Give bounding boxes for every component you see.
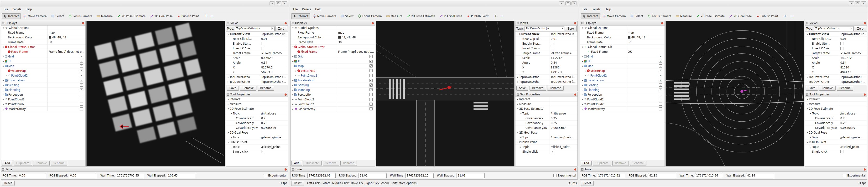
property-row-single-click[interactable]: Single click✓ (516, 149, 578, 154)
property-row-topic[interactable]: ▾Topic/initialpose (805, 111, 867, 116)
expand-arrow-icon[interactable]: ▸ (2, 97, 5, 102)
property-value[interactable]: 0.54 (551, 60, 557, 65)
checkbox[interactable]: ✓ (80, 60, 83, 63)
property-value[interactable]: 30 (628, 40, 631, 44)
property-value[interactable]: <Fixed Frame> (261, 51, 282, 55)
property-row-pointcloud2[interactable]: ▸PointCloud2 (1, 97, 85, 102)
property-row-global-status-error[interactable]: ▾Global Status: Error (290, 44, 375, 50)
property-row-interact[interactable]: ▸Interact (805, 97, 867, 102)
menu-file[interactable]: File (2, 7, 10, 11)
property-value[interactable]: 14.2212 (551, 56, 562, 60)
property-row-markerarray[interactable]: ▸MarkerArray (580, 106, 664, 112)
property-value[interactable]: 0.54 (261, 60, 268, 65)
collapse-arrow-icon[interactable]: ▾ (2, 26, 5, 30)
property-row-2d-goal-pose[interactable]: ▾2D Goal Pose (516, 130, 578, 135)
experimental-checkbox[interactable] (843, 174, 846, 177)
property-row-topic[interactable]: ▸Topic/clicked_point (226, 145, 288, 149)
property-row-grid[interactable]: ▸Grid✓ (580, 54, 664, 59)
collapse-arrow-icon[interactable]: ▾ (2, 44, 5, 49)
collapse-arrow-icon[interactable]: ▾ (230, 111, 233, 116)
property-row-pointcloud2[interactable]: ▸PointCloud2 (290, 97, 375, 102)
remove-button[interactable]: Remove (240, 86, 256, 91)
property-row-vectormap[interactable]: ▸VectorMap✓ (580, 68, 664, 73)
property-value[interactable]: TopDownOrtho (rvi... (261, 75, 287, 79)
property-value[interactable]: TopDownOrtho (r... (551, 32, 576, 36)
property-value[interactable]: /clicked_point (551, 145, 569, 149)
property-row-current-view[interactable]: ▾Current ViewTopDownOrtho (r... (516, 32, 578, 36)
save-button[interactable]: Save (227, 86, 239, 91)
property-value[interactable]: 0.0685389 (551, 125, 565, 130)
property-value[interactable]: 0.01 (551, 36, 557, 41)
property-row-sensing[interactable]: ▸Sensing✓ (580, 83, 664, 88)
checkbox[interactable] (659, 98, 662, 101)
zero-button[interactable]: Zero (565, 26, 577, 31)
remove-tool-button[interactable]: − (499, 14, 504, 19)
property-value[interactable]: OK (628, 50, 632, 54)
displays-panel-header[interactable]: Displays (290, 21, 375, 26)
add-tool-button[interactable]: + (493, 14, 498, 19)
expand-arrow-icon[interactable]: ▸ (227, 97, 230, 101)
property-row-2d-pose-estimate[interactable]: ▾2D Pose Estimate (226, 106, 288, 111)
checkbox[interactable]: ✓ (370, 79, 373, 82)
menu-panels[interactable]: Panels (300, 7, 313, 11)
checkbox[interactable] (659, 102, 662, 106)
remove-tool-button[interactable]: − (210, 14, 215, 19)
checkbox[interactable] (80, 98, 83, 101)
property-row-topdownortho[interactable]: ▸TopDownOrthoTopDownOrtho (rvi... (226, 80, 288, 84)
ros-elapsed-value[interactable]: 42.83 (648, 173, 676, 178)
rename-button[interactable]: Rename (51, 161, 67, 166)
collapse-arrow-icon[interactable]: ▾ (806, 106, 809, 111)
property-value[interactable]: 81380 (551, 65, 560, 70)
collapse-arrow-icon[interactable]: ▾ (581, 44, 584, 49)
property-value[interactable]: 30 (49, 40, 52, 44)
3d-viewport[interactable] (665, 21, 804, 166)
expand-arrow-icon[interactable]: ▸ (291, 92, 294, 97)
property-row-global-options[interactable]: ▾Global Options (290, 26, 375, 30)
wall-elapsed-value[interactable]: 105.63 (167, 173, 195, 178)
time-panel-header[interactable]: Time (1, 167, 288, 172)
expand-arrow-icon[interactable]: ▸ (581, 59, 584, 63)
view-type-dropdown[interactable]: TopDownOrtho (rv ▾ (525, 26, 564, 31)
expand-arrow-icon[interactable]: ▸ (520, 135, 522, 139)
zero-button[interactable]: Zero (276, 26, 287, 31)
checkbox[interactable]: ✓ (659, 64, 662, 67)
property-row-covariance-y[interactable]: Covariance y0.25 (226, 121, 288, 125)
checkbox[interactable] (80, 107, 83, 111)
tool-publish-point[interactable]: Publish Point (465, 13, 490, 19)
property-row-current-view[interactable]: ▾Current ViewTopDownOrtho (r... (805, 32, 867, 36)
remove-button[interactable]: Remove (612, 161, 629, 166)
property-row-single-click[interactable]: Single click✓ (805, 149, 867, 154)
property-value[interactable]: /initialpose (840, 111, 855, 116)
property-row-interact[interactable]: ▸Interact (226, 97, 288, 102)
property-value[interactable]: Frame [map] does not exist (338, 50, 374, 54)
expand-arrow-icon[interactable]: ▸ (291, 83, 294, 87)
panel-close-icon[interactable] (82, 22, 84, 24)
property-row-fixed-frame[interactable]: Fixed Framemap (580, 30, 664, 35)
property-row-covariance-yaw[interactable]: Covariance yaw0.0685389 (805, 125, 867, 130)
collapse-arrow-icon[interactable]: ▾ (517, 32, 519, 36)
minimize-button[interactable]: – (559, 1, 564, 5)
views-panel-header[interactable]: Views (805, 21, 867, 26)
property-row-target-frame[interactable]: Target Frame<Fixed Frame> (226, 51, 288, 56)
save-button[interactable]: Save (806, 86, 818, 91)
property-value[interactable]: <Fixed Frame> (840, 51, 862, 55)
collapse-arrow-icon[interactable]: ▾ (581, 64, 584, 68)
tool-select[interactable]: Select (628, 13, 645, 19)
property-row-covariance-x[interactable]: Covariance x0.25 (226, 116, 288, 121)
tool-measure[interactable]: Measure (95, 13, 115, 19)
property-row-background-color[interactable]: Background Color48; 48; 48 (1, 35, 85, 40)
minimize-button[interactable]: – (270, 1, 275, 5)
property-row-2d-goal-pose[interactable]: ▾2D Goal Pose (805, 130, 867, 135)
tool-interact[interactable]: Interact (2, 13, 21, 19)
property-row-map[interactable]: ▾Map✓ (290, 64, 375, 68)
property-value[interactable]: /clicked_point (261, 145, 280, 149)
checkbox[interactable]: ✓ (370, 55, 373, 58)
property-row-markerarray[interactable]: ▸MarkerArray (290, 106, 375, 112)
panel-close-icon[interactable] (372, 22, 374, 24)
property-value[interactable]: 0.54 (840, 60, 846, 65)
checkbox[interactable] (551, 42, 554, 45)
checkbox[interactable]: ✓ (370, 60, 373, 63)
property-row-x[interactable]: X81570.5 (226, 65, 288, 70)
wall-elapsed-value[interactable]: 42.84 (746, 173, 774, 178)
rename-button[interactable]: Rename (547, 86, 564, 91)
